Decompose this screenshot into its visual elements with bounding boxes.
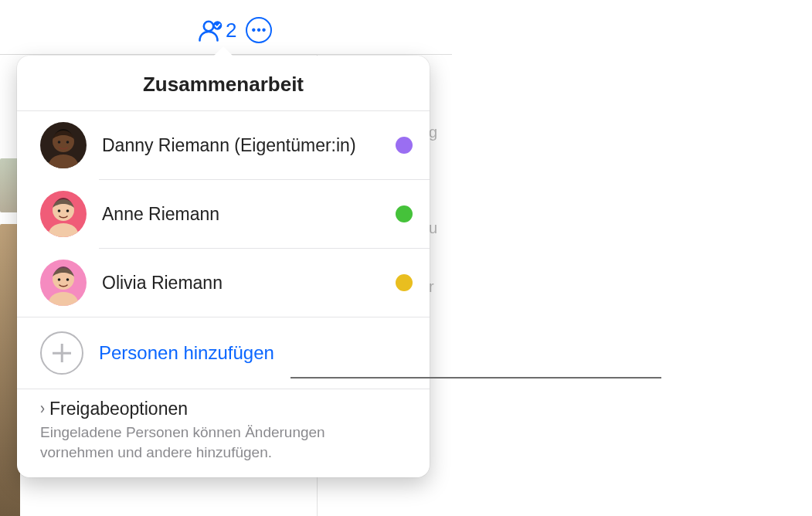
svg-point-16 [66, 278, 70, 281]
svg-point-1 [213, 21, 223, 30]
chevron-right-icon: › [40, 399, 45, 419]
callout-leader-line [290, 377, 661, 379]
svg-point-5 [58, 141, 61, 144]
share-options-title: Freigabeoptionen [49, 399, 188, 419]
svg-point-11 [66, 209, 70, 212]
participant-row[interactable]: Danny Riemann (Eigentümer:in) [17, 111, 430, 179]
app-toolbar-bg [0, 0, 812, 54]
participant-name: Danny Riemann (Eigentümer:in) [102, 135, 380, 156]
collaborators-count: 2 [226, 19, 236, 42]
share-options-subtitle: Eingeladene Personen können Änderungen v… [40, 419, 372, 468]
plus-circle-icon [40, 331, 83, 375]
svg-point-15 [58, 278, 61, 281]
bg-text: u [429, 219, 437, 237]
participant-row[interactable]: Olivia Riemann [17, 249, 430, 317]
presence-dot [396, 205, 413, 222]
participant-row[interactable]: Anne Riemann [17, 180, 430, 248]
svg-point-0 [204, 22, 213, 31]
presence-dot [396, 274, 413, 291]
collaborate-button[interactable]: 2 [198, 19, 236, 42]
avatar [40, 122, 87, 168]
ellipsis-circle-icon [246, 17, 272, 43]
bg-text: r [429, 278, 434, 296]
popover-title: Zusammenarbeit [17, 56, 430, 110]
presence-dot [396, 137, 413, 154]
toolbar: 2 [198, 17, 272, 43]
person-badge-icon [198, 19, 223, 42]
svg-point-6 [66, 141, 70, 144]
add-people-label: Personen hinzufügen [99, 342, 274, 364]
participant-name: Anne Riemann [102, 204, 380, 225]
avatar [40, 260, 87, 306]
participant-name: Olivia Riemann [102, 273, 380, 294]
share-options-button[interactable]: › Freigabeoptionen Eingeladene Personen … [17, 389, 430, 468]
collaboration-popover: Zusammenarbeit Danny Riemann (Eigentümer… [17, 56, 430, 477]
avatar [40, 191, 87, 237]
svg-point-10 [58, 209, 61, 212]
more-button[interactable] [246, 17, 272, 43]
bg-text: g [429, 124, 437, 141]
